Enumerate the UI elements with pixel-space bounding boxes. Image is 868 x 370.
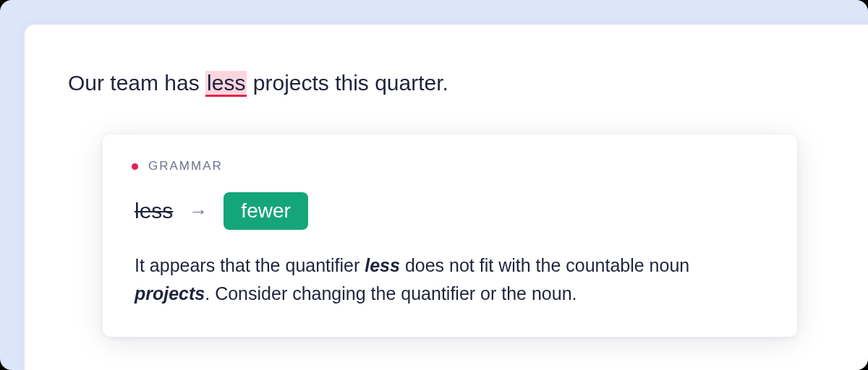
explanation-part3: . Consider changing the quantifier or th… xyxy=(205,283,576,304)
explanation-term2: projects xyxy=(135,283,205,304)
card-header: GRAMMAR xyxy=(132,159,768,173)
highlighted-error-word[interactable]: less xyxy=(205,71,247,97)
explanation-term1: less xyxy=(365,255,400,275)
explanation-part2: does not fit with the countable noun xyxy=(400,255,689,275)
explanation-part1: It appears that the quantifier xyxy=(135,255,365,275)
category-label: GRAMMAR xyxy=(148,159,223,173)
explanation-text: It appears that the quantifier less does… xyxy=(132,251,768,308)
sentence-after: projects this quarter. xyxy=(247,71,448,95)
app-frame: Our team has less projects this quarter.… xyxy=(0,0,868,370)
suggestion-card: GRAMMAR less → fewer It appears that the… xyxy=(103,134,797,337)
suggestion-row: less → fewer xyxy=(132,192,768,230)
editor-sentence[interactable]: Our team has less projects this quarter. xyxy=(68,68,825,98)
replacement-button[interactable]: fewer xyxy=(224,192,307,230)
editor-panel: Our team has less projects this quarter.… xyxy=(25,25,868,370)
category-dot-icon xyxy=(132,163,138,170)
sentence-before: Our team has xyxy=(68,71,205,95)
arrow-icon: → xyxy=(189,200,208,223)
original-word: less xyxy=(135,199,173,223)
